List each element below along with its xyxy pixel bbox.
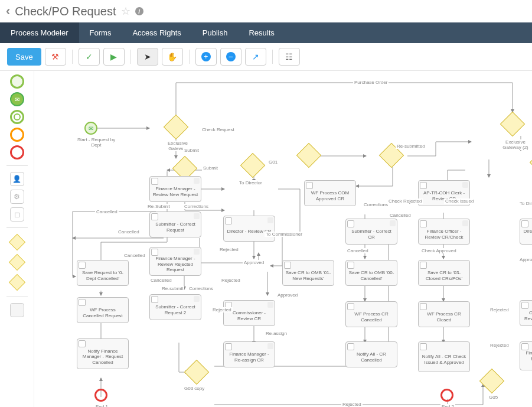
subprocess-icon[interactable]: ◻ bbox=[10, 207, 24, 222]
pan-button[interactable]: ✋ bbox=[162, 48, 183, 66]
exclusive-gateway-icon[interactable] bbox=[8, 234, 25, 250]
edge-label: Corrections bbox=[183, 204, 210, 209]
edge-label: Cancelled bbox=[123, 253, 146, 258]
task-save-cr-omb00[interactable]: Save CR to OMB '00-Cancelled' bbox=[345, 260, 397, 286]
minus-circle-icon: − bbox=[226, 52, 236, 61]
edge-label: Corrections bbox=[188, 286, 214, 291]
zoom-out-button[interactable]: − bbox=[220, 48, 241, 66]
task-save-cr-omb01[interactable]: Save CR to OMB '01-New Requests' bbox=[282, 260, 334, 286]
page-title: Check/PO Request bbox=[15, 5, 116, 18]
play-icon: ▶ bbox=[110, 52, 117, 61]
task-notify-all-issued[interactable]: Notify All - CR Check Issued & Approved bbox=[418, 341, 470, 372]
edge-label: Rejected bbox=[211, 307, 233, 312]
layout-button[interactable]: ☷ bbox=[279, 48, 300, 66]
edge-label: To Commissioner bbox=[265, 232, 303, 237]
task-submitter-correct[interactable]: Submitter - Correct Request bbox=[149, 211, 201, 237]
end-label: End 1 bbox=[94, 404, 109, 407]
edge-label: To Director bbox=[518, 201, 532, 206]
edge-label: Check Request bbox=[201, 127, 236, 132]
service-task-icon[interactable]: ⚙ bbox=[10, 190, 24, 204]
gateway-label: Exclusive Gateway (2) bbox=[498, 139, 532, 150]
edge-label: Re-submitted bbox=[396, 144, 426, 149]
start-event[interactable]: ✉ bbox=[84, 122, 97, 135]
gateway-label: G03 copy bbox=[183, 386, 205, 391]
end-label: End 2 bbox=[440, 404, 455, 407]
tab-results[interactable]: Results bbox=[238, 22, 285, 43]
timer-event-icon[interactable] bbox=[10, 128, 24, 142]
task-wf-cr-cancelled[interactable]: WF Process CR Cancelled bbox=[345, 301, 397, 327]
pointer-button[interactable]: ➤ bbox=[137, 48, 158, 66]
canvas-area: ▸ ✉ 👤 ⚙ ◻ bbox=[0, 71, 532, 407]
toolbar-divider bbox=[189, 50, 190, 64]
inclusive-gateway-icon[interactable] bbox=[8, 254, 25, 271]
task-save-cr-03[interactable]: Save CR to '03-Closed CRs/POs' bbox=[418, 260, 470, 286]
edge-label: Corrections bbox=[363, 202, 389, 207]
star-icon[interactable]: ☆ bbox=[121, 5, 130, 18]
annotation-icon[interactable] bbox=[10, 303, 24, 317]
diagram-canvas[interactable]: ✉ Start - Request by Dept Exclusive Gate… bbox=[34, 71, 532, 407]
edge-label: Approved bbox=[276, 292, 299, 298]
edge-label: Rejected bbox=[220, 278, 241, 283]
validate-button[interactable]: ✓ bbox=[79, 48, 100, 66]
tools-button[interactable]: ⚒ bbox=[45, 48, 66, 66]
task-wf-com-approved[interactable]: WF Process COM Approved CR bbox=[304, 180, 356, 206]
edge-label: Cancelled bbox=[95, 209, 119, 214]
tab-process-modeler[interactable]: Process Modeler bbox=[0, 22, 79, 43]
tab-publish[interactable]: Publish bbox=[192, 22, 239, 43]
task-fm-reassign-po[interactable]: Finance Manager - Re-assign PO Request bbox=[520, 341, 532, 370]
task-wf-cr-closed[interactable]: WF Process CR Closed bbox=[418, 301, 470, 327]
intermediate-event-icon[interactable] bbox=[10, 110, 24, 124]
task-notify-fm-cancel[interactable]: Notify Finance Manager - Request Cancell… bbox=[77, 338, 129, 369]
expand-icon: ↗ bbox=[252, 52, 259, 61]
fit-button[interactable]: ↗ bbox=[245, 48, 266, 66]
edge-label: Re-assign bbox=[265, 331, 288, 336]
task-commissioner-review-cr[interactable]: Commissioner - Review CR bbox=[223, 300, 275, 326]
edge-label: Check Rejected bbox=[387, 198, 423, 204]
edge-label: Re-Submit bbox=[146, 204, 171, 209]
task-director-review-cr[interactable]: Director - Review CR bbox=[223, 216, 275, 242]
edge-label: Submit bbox=[202, 165, 219, 171]
parallel-gateway-icon[interactable] bbox=[8, 274, 25, 291]
edge-label: Rejected bbox=[489, 307, 510, 312]
edge-label: Purchase Order bbox=[353, 80, 389, 85]
edge-label: To Director bbox=[238, 180, 263, 185]
plus-circle-icon: + bbox=[201, 52, 211, 61]
start-label: Start - Request by Dept bbox=[76, 137, 117, 148]
back-icon[interactable]: ‹ bbox=[6, 4, 10, 19]
edge-label: Cancelled bbox=[346, 248, 370, 253]
info-icon[interactable]: i bbox=[135, 7, 143, 15]
page-header: ‹ Check/PO Request ☆ i bbox=[0, 0, 532, 22]
user-task-icon[interactable]: 👤 bbox=[10, 172, 24, 186]
task-submitter-correct-cr[interactable]: Submitter - Correct CR bbox=[345, 219, 397, 245]
end-event-1[interactable] bbox=[94, 389, 107, 402]
task-director-review-po[interactable]: Director - Review PO Request bbox=[520, 219, 532, 245]
run-button[interactable]: ▶ bbox=[103, 48, 125, 66]
task-commissioner-review-po[interactable]: Commissioner - Review PO Request bbox=[520, 300, 532, 326]
pointer-icon: ➤ bbox=[144, 52, 151, 61]
tab-forms[interactable]: Forms bbox=[79, 22, 122, 43]
palette-divider bbox=[6, 165, 28, 166]
edge-label: Rejected bbox=[218, 247, 240, 252]
edge-label: Submit bbox=[183, 148, 200, 153]
task-wf-cancelled[interactable]: WF Process Cancelled Request bbox=[77, 297, 129, 323]
zoom-in-button[interactable]: + bbox=[195, 48, 217, 66]
start-event-icon[interactable] bbox=[10, 74, 24, 89]
message-start-icon[interactable]: ✉ bbox=[10, 92, 24, 106]
task-notify-all-cr-cancel[interactable]: Notify All - CR Cancelled bbox=[345, 341, 397, 367]
toolbar-divider bbox=[130, 50, 131, 64]
check-icon: ✓ bbox=[86, 52, 93, 61]
task-save-cancelled[interactable]: Save Request to '0-Dept Cancelled' bbox=[77, 260, 129, 286]
tab-access-rights[interactable]: Access Rights bbox=[122, 22, 191, 43]
save-button[interactable]: Save bbox=[7, 48, 41, 66]
task-submitter-correct-2[interactable]: Submitter - Correct Request 2 bbox=[149, 294, 201, 320]
task-fm-review-new[interactable]: Finance Manager - Review New Request bbox=[149, 176, 201, 202]
edge-label: Check Issued bbox=[444, 198, 475, 204]
gateway-label: G05 bbox=[488, 395, 499, 400]
task-fm-reassign[interactable]: Finance Manager - Re-assign CR bbox=[223, 341, 275, 367]
wrench-icon: ⚒ bbox=[51, 52, 59, 61]
edge-label: Check Approved bbox=[420, 248, 458, 253]
end-event-icon[interactable] bbox=[10, 145, 24, 159]
end-event-2[interactable] bbox=[440, 389, 453, 402]
task-finance-officer[interactable]: Finance Officer - Review CR/Check bbox=[418, 219, 470, 245]
task-fm-review-rejected[interactable]: Finance Manager - Review Rejected Reques… bbox=[149, 247, 201, 276]
